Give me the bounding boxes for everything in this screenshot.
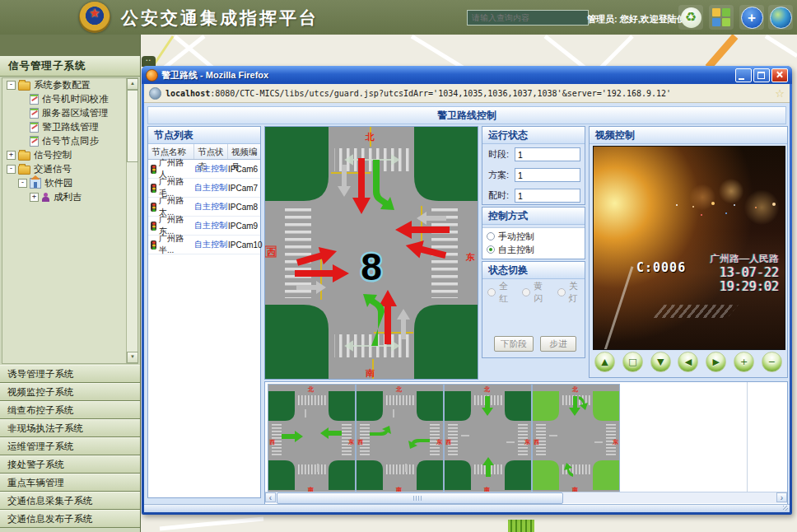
tree-label: 信号控制: [34, 149, 72, 161]
phase-thumbnail-3[interactable]: 北 西 东 南: [444, 384, 532, 493]
tree-item-chengliji[interactable]: + 成利吉: [2, 190, 137, 204]
camera-video-feed[interactable]: C:0006 广州路—人民路 13-07-22 19:29:02: [593, 146, 785, 350]
sidebar-item-investigation[interactable]: 缉查布控子系统: [0, 401, 140, 419]
sidebar: 信号管理子系统 - 系统参数配置 信号机时间校准 服务器区域管理 警卫路线管理: [0, 35, 141, 532]
tree-toggle[interactable]: +: [7, 151, 16, 160]
refresh-button[interactable]: ♻: [678, 5, 703, 30]
sidebar-item-traffic-collection[interactable]: 交通信息采集子系统: [0, 492, 140, 510]
tree-item-traffic-signal[interactable]: - 交通信号: [2, 162, 137, 176]
sidebar-item-traffic-release[interactable]: 交通信息发布子系统: [0, 510, 140, 528]
radio-all-red[interactable]: [487, 288, 496, 296]
step-button[interactable]: 步进: [540, 336, 576, 352]
search-input[interactable]: [467, 10, 589, 26]
sidebar-item-ops-management[interactable]: 运维管理子系统: [0, 437, 140, 455]
timing-input[interactable]: [515, 189, 580, 203]
horizontal-scrollbar[interactable]: ‹ ›: [265, 492, 787, 503]
phase-thumbnail-2[interactable]: 北 西 东 南: [356, 384, 444, 493]
svg-text:东: 东: [612, 438, 618, 446]
window-titlebar[interactable]: 警卫路线 - Mozilla Firefox: [142, 66, 792, 84]
scroll-down-icon[interactable]: ▼: [127, 352, 138, 363]
url-bar[interactable]: localhost:8080/CTC-MICS/libs/utcs/guard.…: [144, 84, 790, 103]
next-phase-button[interactable]: 下阶段: [494, 336, 534, 352]
scroll-up-icon[interactable]: ▲: [127, 78, 138, 90]
yellow-flash-option[interactable]: 黄闪: [522, 286, 549, 299]
zoom-out-button[interactable]: −: [762, 352, 782, 372]
intersection-diagram: 8 8 北 东 西 南: [264, 126, 478, 380]
map-button[interactable]: [768, 5, 793, 30]
manual-control-option[interactable]: 手动控制: [487, 230, 585, 243]
node-status-link[interactable]: 自主控制: [194, 182, 228, 194]
apps-grid-icon: [712, 8, 730, 26]
plan-input[interactable]: [515, 168, 580, 182]
tree-scrollbar[interactable]: ▲ ▼: [126, 78, 137, 363]
tree-toggle[interactable]: +: [30, 193, 39, 202]
tree-item-signal-control[interactable]: + 信号控制: [2, 148, 137, 162]
tree-item-software-park[interactable]: - 软件园: [2, 176, 137, 190]
svg-text:东: 东: [347, 438, 354, 446]
tree-item-system-params[interactable]: - 系统参数配置: [2, 78, 137, 92]
signal-tree: - 系统参数配置 信号机时间校准 服务器区域管理 警卫路线管理 信号节点同步: [2, 77, 138, 364]
add-button[interactable]: +: [739, 5, 764, 30]
tree-toggle[interactable]: -: [7, 165, 16, 174]
tree-toggle[interactable]: -: [7, 81, 16, 90]
pan-right-button[interactable]: ▶: [706, 352, 726, 372]
all-red-label: 全红: [499, 280, 515, 305]
lights-off-option[interactable]: 关灯: [557, 286, 585, 299]
field-label-period: 时段:: [488, 148, 515, 161]
sidebar-item-signal-subsystem[interactable]: 信号管理子系统: [0, 56, 140, 77]
tree-label: 交通信号: [34, 163, 72, 175]
url-text[interactable]: localhost:8080/CTC-MICS/libs/utcs/guard.…: [165, 89, 775, 98]
sidebar-item-police-dispatch[interactable]: 接处警子系统: [0, 455, 140, 474]
stop-button[interactable]: □: [622, 352, 643, 372]
sidebar-item-offsite-enforcement[interactable]: 非现场执法子系统: [0, 419, 140, 437]
radio-yellow-flash[interactable]: [522, 288, 530, 296]
radio-lights-off[interactable]: [557, 288, 566, 296]
radio-auto-selected[interactable]: [487, 245, 495, 254]
scroll-left-icon[interactable]: ‹: [265, 492, 276, 502]
sidebar-item-key-vehicles[interactable]: 重点车辆管理: [0, 474, 140, 492]
table-row[interactable]: 广州路半... 自主控制 IPCam10: [148, 236, 260, 254]
phase-thumbnail-1[interactable]: 北 西 东 南: [268, 384, 356, 493]
sidebar-item-video-surveillance[interactable]: 视频监控子系统: [0, 383, 140, 401]
folder-icon: [18, 166, 30, 175]
node-status-link[interactable]: 自主控制: [194, 163, 228, 175]
all-red-option[interactable]: 全红: [487, 286, 515, 299]
camera-id-overlay: C:0006: [636, 260, 686, 275]
minimize-button[interactable]: [735, 68, 752, 82]
bookmark-star-icon[interactable]: ☆: [775, 87, 785, 100]
close-button[interactable]: [771, 68, 788, 82]
sidebar-item-guidance[interactable]: 诱导管理子系统: [0, 365, 140, 383]
scrollbar-thumb[interactable]: [277, 492, 563, 504]
tree-item-node-sync[interactable]: 信号节点同步: [2, 134, 137, 148]
node-status-link[interactable]: 自主控制: [194, 239, 228, 250]
scrollbar-thumb[interactable]: [127, 90, 138, 162]
sidebar-top-strip: [0, 35, 140, 56]
lights-off-label: 关灯: [569, 280, 585, 305]
phase-thumbnails-panel: 北 西 东 南: [264, 381, 788, 505]
zoom-in-button[interactable]: +: [734, 352, 754, 372]
pan-down-button[interactable]: ▼: [650, 352, 671, 372]
maximize-button[interactable]: [753, 68, 770, 82]
pan-left-button[interactable]: ◀: [678, 352, 698, 372]
col-node-status: 节点状态: [194, 144, 228, 159]
radio-manual[interactable]: [487, 232, 495, 240]
tree-item-time-calibration[interactable]: 信号机时间校准: [2, 92, 137, 106]
tree-item-guard-route[interactable]: 警卫路线管理: [2, 120, 137, 134]
video-panel-title: 视频控制: [590, 127, 787, 144]
pan-up-button[interactable]: ▲: [594, 352, 615, 372]
period-input[interactable]: [515, 147, 580, 161]
auto-control-option[interactable]: 自主控制: [487, 243, 585, 256]
traffic-light-icon: [151, 222, 156, 231]
apps-button[interactable]: [709, 5, 734, 30]
countdown-number: 8: [361, 245, 382, 288]
phase-thumbnail-4[interactable]: 北 西 东 南: [532, 384, 620, 493]
node-status-link[interactable]: 自主控制: [194, 201, 228, 212]
tree-item-server-region[interactable]: 服务器区域管理: [2, 106, 137, 120]
page-content: 警卫路线控制 节点列表 节点名称 节点状态 视频编号 广州路人... 自主控制: [144, 103, 790, 505]
svg-text:北: 北: [307, 386, 315, 393]
recycle-icon: ♻: [681, 7, 701, 28]
node-status-link[interactable]: 自主控制: [194, 220, 228, 231]
scroll-right-icon[interactable]: ›: [776, 492, 787, 502]
tree-toggle[interactable]: -: [18, 179, 27, 188]
firefox-icon: [146, 69, 158, 82]
